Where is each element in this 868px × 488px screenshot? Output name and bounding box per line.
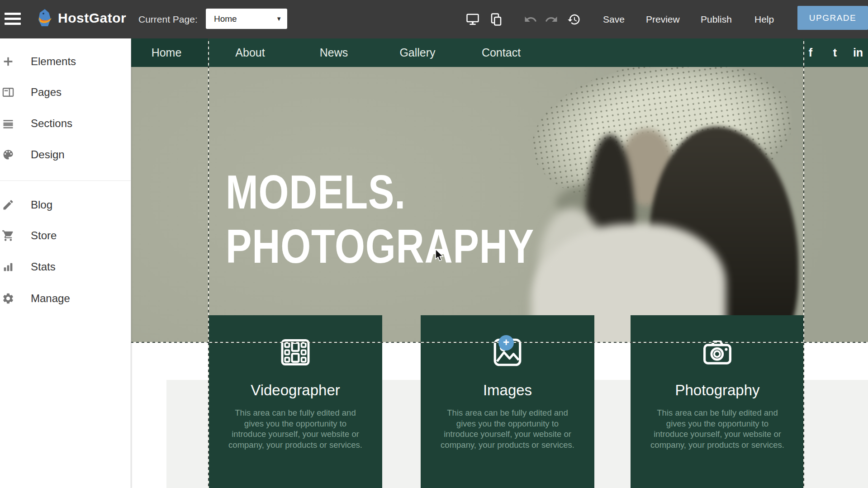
sidebar-item-elements[interactable]: Elements	[0, 51, 131, 72]
hero-title-line1: MODELS.	[226, 168, 406, 216]
top-toolbar: HostGator Current Page: Home ▼ Save Prev…	[0, 0, 868, 38]
content-width-guide-left	[208, 38, 209, 488]
bar-chart-icon	[2, 261, 14, 273]
feature-card-videographer[interactable]: Videographer This area can be fully edit…	[209, 315, 382, 488]
card-body: This area can be fully edited and gives …	[631, 407, 804, 450]
hostgator-logo[interactable]: HostGator	[35, 8, 126, 28]
mobile-view-icon[interactable]	[489, 13, 503, 26]
undo-icon[interactable]	[524, 13, 537, 26]
film-strip-icon	[279, 336, 312, 369]
redo-icon[interactable]	[545, 13, 558, 26]
plus-icon	[2, 55, 14, 68]
hero-section[interactable]: MODELS. PHOTOGRAPHY	[131, 67, 868, 342]
card-body: This area can be fully edited and gives …	[209, 407, 382, 450]
desktop-view-icon[interactable]	[466, 13, 479, 26]
sections-icon	[2, 117, 14, 130]
pencil-icon	[2, 199, 14, 211]
sidebar-item-sections[interactable]: Sections	[0, 113, 131, 134]
page-dropdown-value: Home	[214, 14, 276, 24]
site-nav-home[interactable]: Home	[152, 38, 182, 67]
content-width-guide-right	[803, 38, 804, 488]
card-title: Photography	[631, 382, 804, 399]
facebook-icon[interactable]: f	[809, 38, 812, 67]
site-canvas: Home About News Gallery Contact f t in M…	[131, 38, 868, 488]
feature-card-photography[interactable]: Photography This area can be fully edite…	[631, 315, 804, 488]
publish-button[interactable]: Publish	[701, 14, 732, 25]
sidebar-item-pages[interactable]: Pages	[0, 82, 131, 103]
twitter-icon[interactable]: t	[833, 38, 837, 67]
hostgator-site-builder: HostGator Current Page: Home ▼ Save Prev…	[0, 0, 868, 488]
save-button[interactable]: Save	[603, 14, 625, 25]
linkedin-icon[interactable]: in	[853, 38, 863, 67]
site-nav-contact[interactable]: Contact	[482, 38, 521, 67]
sidebar-item-design[interactable]: Design	[0, 144, 131, 165]
card-title: Images	[421, 382, 594, 399]
page-dropdown[interactable]: Home ▼	[206, 9, 287, 29]
preview-button[interactable]: Preview	[646, 14, 680, 25]
help-button[interactable]: Help	[754, 14, 774, 25]
brand-name: HostGator	[58, 10, 126, 26]
sidebar-item-manage[interactable]: Manage	[0, 288, 131, 309]
hero-title-line2: PHOTOGRAPHY	[226, 223, 534, 270]
card-body: This area can be fully edited and gives …	[421, 407, 594, 450]
gear-icon	[2, 292, 14, 305]
site-nav-gallery[interactable]: Gallery	[399, 38, 435, 67]
camera-icon	[701, 336, 734, 369]
pages-icon	[2, 86, 14, 99]
current-page-label: Current Page:	[138, 14, 198, 25]
upgrade-button[interactable]: UPGRADE	[797, 6, 868, 30]
sidebar-divider	[0, 180, 131, 181]
sidebar-item-store[interactable]: Store	[0, 225, 131, 246]
site-navbar: Home About News Gallery Contact f t in	[131, 38, 868, 67]
sidebar-item-blog[interactable]: Blog	[0, 194, 131, 215]
history-icon[interactable]	[567, 13, 581, 26]
editor-sidebar: Elements Pages Sections Design	[0, 38, 131, 488]
site-nav-about[interactable]: About	[235, 38, 265, 67]
gator-icon	[35, 8, 54, 28]
add-image-badge[interactable]: +	[498, 335, 514, 351]
palette-icon	[2, 148, 14, 161]
site-nav-news[interactable]: News	[320, 38, 348, 67]
card-title: Videographer	[209, 382, 382, 399]
chevron-down-icon: ▼	[276, 15, 282, 22]
sidebar-item-stats[interactable]: Stats	[0, 256, 131, 277]
hamburger-menu-icon[interactable]	[5, 12, 22, 26]
cart-icon	[2, 229, 14, 242]
